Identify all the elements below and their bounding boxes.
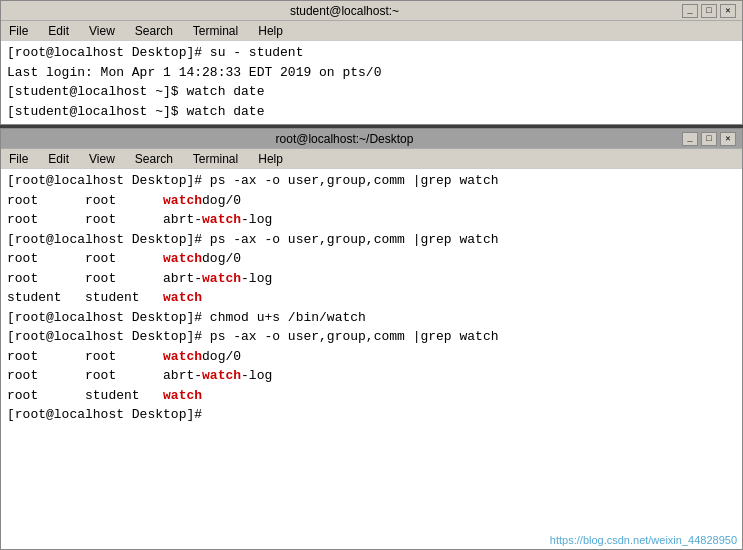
menu-search-1[interactable]: Search bbox=[131, 24, 177, 38]
root-line-3: root root abrt-watch-log bbox=[7, 210, 736, 230]
root-line-12: root student watch bbox=[7, 386, 736, 406]
watermark: https://blog.csdn.net/weixin_44828950 bbox=[550, 534, 737, 546]
root-line-8: [root@localhost Desktop]# chmod u+s /bin… bbox=[7, 308, 736, 328]
menu-terminal-2[interactable]: Terminal bbox=[189, 152, 242, 166]
root-line-10: root root watchdog/0 bbox=[7, 347, 736, 367]
student-window-controls: _ □ ✕ bbox=[682, 4, 736, 18]
line-2: Last login: Mon Apr 1 14:28:33 EDT 2019 … bbox=[7, 63, 736, 83]
close-button-2[interactable]: ✕ bbox=[720, 132, 736, 146]
menu-help-2[interactable]: Help bbox=[254, 152, 287, 166]
root-titlebar: root@localhost:~/Desktop _ □ ✕ bbox=[1, 129, 742, 149]
close-button-1[interactable]: ✕ bbox=[720, 4, 736, 18]
root-titlebar-text: root@localhost:~/Desktop bbox=[7, 132, 682, 146]
root-line-1: [root@localhost Desktop]# ps -ax -o user… bbox=[7, 171, 736, 191]
menu-file-2[interactable]: File bbox=[5, 152, 32, 166]
root-line-7: student student watch bbox=[7, 288, 736, 308]
maximize-button-2[interactable]: □ bbox=[701, 132, 717, 146]
student-terminal-content: [root@localhost Desktop]# su - student L… bbox=[1, 41, 742, 123]
minimize-button-2[interactable]: _ bbox=[682, 132, 698, 146]
root-line-2: root root watchdog/0 bbox=[7, 191, 736, 211]
root-line-11: root root abrt-watch-log bbox=[7, 366, 736, 386]
menu-view-2[interactable]: View bbox=[85, 152, 119, 166]
minimize-button-1[interactable]: _ bbox=[682, 4, 698, 18]
root-line-5: root root watchdog/0 bbox=[7, 249, 736, 269]
student-titlebar: student@localhost:~ _ □ ✕ bbox=[1, 1, 742, 21]
student-titlebar-text: student@localhost:~ bbox=[7, 4, 682, 18]
root-menubar: File Edit View Search Terminal Help bbox=[1, 149, 742, 169]
menu-terminal-1[interactable]: Terminal bbox=[189, 24, 242, 38]
student-terminal-window: student@localhost:~ _ □ ✕ File Edit View… bbox=[0, 0, 743, 125]
root-window-controls: _ □ ✕ bbox=[682, 132, 736, 146]
maximize-button-1[interactable]: □ bbox=[701, 4, 717, 18]
root-line-4: [root@localhost Desktop]# ps -ax -o user… bbox=[7, 230, 736, 250]
menu-file-1[interactable]: File bbox=[5, 24, 32, 38]
root-terminal-window: root@localhost:~/Desktop _ □ ✕ File Edit… bbox=[0, 128, 743, 550]
menu-edit-1[interactable]: Edit bbox=[44, 24, 73, 38]
line-1: [root@localhost Desktop]# su - student bbox=[7, 43, 736, 63]
root-line-13: [root@localhost Desktop]# bbox=[7, 405, 736, 425]
menu-edit-2[interactable]: Edit bbox=[44, 152, 73, 166]
student-menubar: File Edit View Search Terminal Help bbox=[1, 21, 742, 41]
menu-help-1[interactable]: Help bbox=[254, 24, 287, 38]
line-3: [student@localhost ~]$ watch date bbox=[7, 82, 736, 102]
root-line-9: [root@localhost Desktop]# ps -ax -o user… bbox=[7, 327, 736, 347]
root-line-6: root root abrt-watch-log bbox=[7, 269, 736, 289]
root-terminal-content: [root@localhost Desktop]# ps -ax -o user… bbox=[1, 169, 742, 427]
line-4: [student@localhost ~]$ watch date bbox=[7, 102, 736, 122]
menu-search-2[interactable]: Search bbox=[131, 152, 177, 166]
menu-view-1[interactable]: View bbox=[85, 24, 119, 38]
